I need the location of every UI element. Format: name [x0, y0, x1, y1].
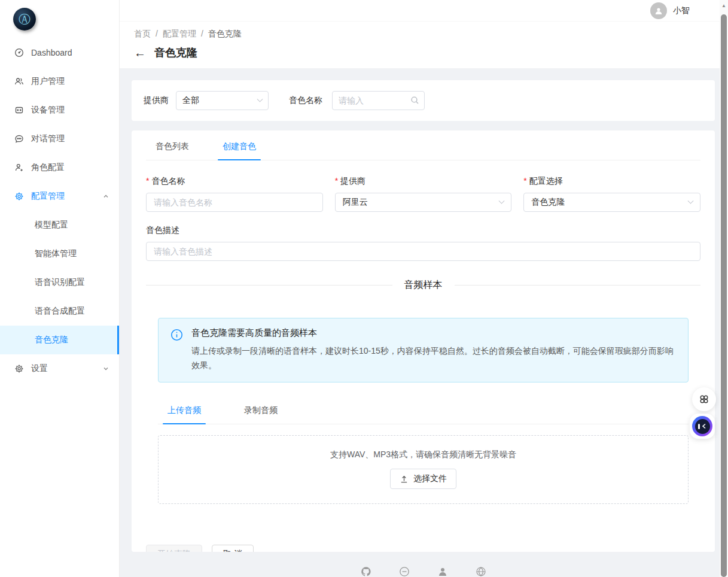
app-logo: Ⓐ — [0, 0, 119, 38]
sidebar-item-conversation-management[interactable]: 对话管理 — [0, 124, 119, 153]
scrollbar-thumb[interactable] — [721, 14, 727, 577]
gear-icon — [14, 364, 24, 373]
grid-circles-icon — [698, 393, 710, 405]
filter-card: 提供商 全部 音色名称 — [132, 80, 715, 121]
dashboard-icon — [14, 48, 24, 57]
sidebar-item-config-management[interactable]: 配置管理 — [0, 182, 119, 211]
back-button[interactable]: ← — [134, 47, 146, 59]
github-icon[interactable] — [361, 566, 371, 577]
required-mark: * — [335, 176, 338, 186]
sidebar-subitem-agent-management[interactable]: 智能体管理 — [0, 239, 119, 268]
breadcrumb-current: 音色克隆 — [208, 29, 242, 40]
upload-dropzone[interactable]: 支持WAV、MP3格式，请确保音频清晰无背景噪音 选择文件 — [158, 435, 689, 504]
field-description: 音色描述 — [146, 225, 700, 261]
sidebar-item-role-config[interactable]: 角色配置 — [0, 153, 119, 182]
provider-filter-select[interactable]: 全部 — [176, 91, 269, 110]
upload-icon — [400, 475, 409, 484]
tab-upload-audio[interactable]: 上传音频 — [158, 398, 211, 424]
gitee-icon[interactable] — [399, 566, 410, 577]
section-divider: 音频样本 — [146, 279, 700, 291]
sidebar-item-label: 用户管理 — [31, 76, 109, 87]
tab-record-audio[interactable]: 录制音频 — [234, 398, 287, 424]
field-provider: *提供商 阿里云 — [335, 176, 512, 212]
user-plus-icon — [14, 163, 24, 172]
spacer — [199, 134, 213, 160]
voice-name-label: *音色名称 — [146, 176, 323, 188]
sidebar-subitem-label: 语音合成配置 — [35, 306, 85, 317]
sidebar-item-label: Dashboard — [31, 48, 109, 57]
info-icon — [170, 329, 183, 341]
avatar[interactable] — [650, 2, 667, 19]
form-actions: 开始克隆 取 消 — [146, 545, 700, 552]
sidebar-subitem-label: 音色克隆 — [35, 335, 68, 345]
chevron-down-icon — [688, 198, 694, 204]
voice-name-input[interactable] — [146, 193, 323, 212]
gear-icon — [14, 192, 24, 201]
provider-select-value: 阿里云 — [343, 197, 368, 208]
config-label: *配置选择 — [523, 176, 700, 188]
username[interactable]: 小智 — [673, 5, 690, 16]
scrollbar[interactable]: ▲ — [720, 0, 728, 577]
search-icon[interactable] — [410, 96, 419, 105]
sidebar-item-label: 设置 — [31, 363, 95, 374]
voice-name-filter-label: 音色名称 — [289, 95, 322, 106]
sidebar-item-settings[interactable]: 设置 — [0, 354, 119, 383]
users-icon — [14, 77, 24, 86]
user-icon — [654, 6, 663, 16]
sidebar-item-device-management[interactable]: 设备管理 — [0, 96, 119, 124]
sidebar-subitem-label: 语音识别配置 — [35, 277, 85, 288]
audio-sample-section: 音色克隆需要高质量的音频样本 请上传或录制一段清晰的语音样本，建议时长10-15… — [158, 318, 689, 504]
globe-icon[interactable] — [476, 566, 486, 577]
chat-icon — [14, 134, 24, 144]
field-config: *配置选择 音色克隆 — [523, 176, 700, 212]
provider-filter-value: 全部 — [182, 95, 199, 106]
provider-select[interactable]: 阿里云 — [335, 193, 512, 212]
audio-tabs: 上传音频 录制音频 — [158, 398, 689, 424]
config-select-value: 音色克隆 — [531, 197, 565, 208]
breadcrumb-home[interactable]: 首页 — [134, 29, 151, 40]
chevron-down-icon — [102, 365, 109, 372]
page-body: 提供商 全部 音色名称 音色列表 创建音色 — [120, 68, 728, 577]
chevron-down-icon — [257, 96, 263, 102]
sidebar-subitem-voice-clone[interactable]: 音色克隆 — [0, 326, 119, 354]
user-icon[interactable] — [437, 566, 448, 577]
required-mark: * — [523, 176, 526, 186]
sidebar: Ⓐ Dashboard 用户管理 设备管理 对话管理 角色配置 配置管理 — [0, 0, 120, 577]
form-row: *音色名称 *提供商 阿里云 *配置选择 音色克隆 — [146, 176, 700, 212]
footer — [132, 566, 715, 577]
choose-file-button[interactable]: 选择文件 — [390, 469, 456, 489]
breadcrumb-separator: / — [156, 29, 158, 40]
info-alert: 音色克隆需要高质量的音频样本 请上传或录制一段清晰的语音样本，建议时长10-15… — [158, 318, 689, 382]
start-clone-button[interactable]: 开始克隆 — [146, 545, 202, 552]
sidebar-subitem-asr-config[interactable]: 语音识别配置 — [0, 268, 119, 297]
sidebar-subitem-label: 智能体管理 — [35, 248, 77, 259]
scroll-up-arrow[interactable]: ▲ — [720, 3, 728, 8]
config-select[interactable]: 音色克隆 — [523, 193, 700, 212]
description-label: 音色描述 — [146, 225, 700, 237]
sidebar-subitem-model-config[interactable]: 模型配置 — [0, 211, 119, 239]
upload-hint: 支持WAV、MP3格式，请确保音频清晰无背景噪音 — [330, 450, 516, 460]
description-input[interactable] — [146, 242, 700, 261]
breadcrumb-section[interactable]: 配置管理 — [163, 29, 196, 40]
cancel-button[interactable]: 取 消 — [212, 545, 254, 552]
chevron-up-icon — [102, 193, 109, 200]
sidebar-subitem-tts-config[interactable]: 语音合成配置 — [0, 297, 119, 326]
sidebar-item-dashboard[interactable]: Dashboard — [0, 38, 119, 67]
sidebar-item-user-management[interactable]: 用户管理 — [0, 67, 119, 96]
app-window: Ⓐ Dashboard 用户管理 设备管理 对话管理 角色配置 配置管理 — [0, 0, 728, 577]
page-title: 音色克隆 — [154, 45, 197, 60]
provider-filter-label: 提供商 — [144, 95, 169, 106]
widget-launcher-button[interactable] — [692, 387, 716, 411]
top-header: 小智 — [120, 0, 728, 22]
assistant-button[interactable] — [690, 414, 715, 439]
tab-voice-list[interactable]: 音色列表 — [146, 134, 199, 160]
content-card: 音色列表 创建音色 *音色名称 *提供商 阿里云 — [132, 130, 715, 552]
breadcrumb-separator: / — [201, 29, 203, 40]
alert-title: 音色克隆需要高质量的音频样本 — [191, 327, 676, 339]
assistant-robot-icon — [692, 416, 712, 436]
required-mark: * — [146, 176, 149, 186]
provider-label: *提供商 — [335, 176, 512, 188]
tab-create-voice[interactable]: 创建音色 — [213, 134, 266, 160]
sidebar-item-label: 对话管理 — [31, 133, 109, 144]
sidebar-subitem-label: 模型配置 — [35, 220, 68, 230]
